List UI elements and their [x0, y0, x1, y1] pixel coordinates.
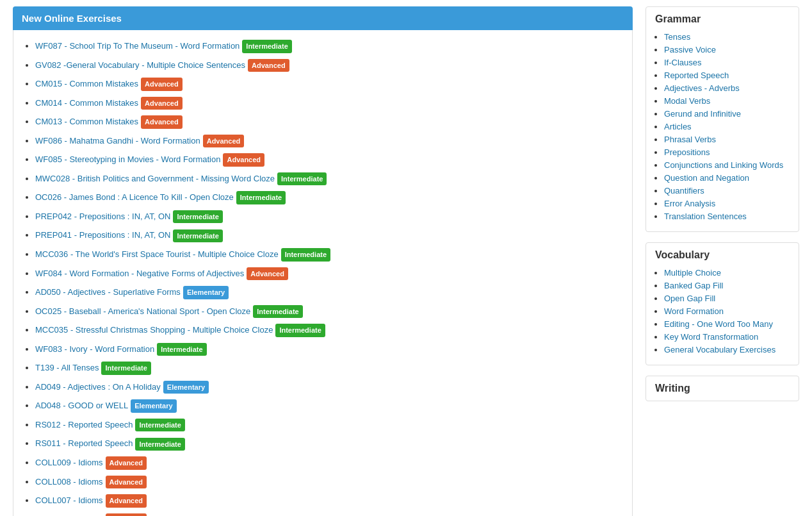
vocabulary-link[interactable]: Key Word Transformation — [664, 332, 758, 342]
list-item: COLL006 - IdiomsAdvanced — [35, 513, 626, 516]
level-badge: Elementary — [131, 399, 176, 413]
list-item: Question and Negation — [664, 172, 790, 183]
list-item: GV082 -General Vocabulary - Multiple Cho… — [35, 58, 626, 72]
main-content: New Online Exercises WF087 - School Trip… — [13, 6, 633, 516]
grammar-link[interactable]: Prepositions — [664, 147, 710, 157]
grammar-link[interactable]: Passive Voice — [664, 45, 716, 54]
list-item: CM015 - Common MistakesAdvanced — [35, 77, 626, 91]
exercise-link[interactable]: MCC036 - The World's First Space Tourist… — [35, 249, 279, 259]
exercise-link[interactable]: WF086 - Mahatma Gandhi - Word Formation — [35, 136, 200, 146]
list-item: WF083 - Ivory - Word FormationIntermedia… — [35, 342, 626, 356]
list-item: AD050 - Adjectives - Superlative FormsEl… — [35, 285, 626, 299]
list-item: COLL008 - IdiomsAdvanced — [35, 475, 626, 489]
exercise-link[interactable]: AD050 - Adjectives - Superlative Forms — [35, 287, 181, 297]
section-title: New Online Exercises — [22, 13, 122, 24]
exercise-link[interactable]: OC025 - Baseball - America's National Sp… — [35, 306, 250, 316]
exercise-link[interactable]: COLL008 - Idioms — [35, 477, 103, 487]
exercise-link[interactable]: MCC035 - Stressful Christmas Shopping - … — [35, 325, 273, 335]
section-header: New Online Exercises — [13, 6, 633, 30]
level-badge: Advanced — [106, 494, 147, 508]
exercise-link[interactable]: OC026 - James Bond : A Licence To Kill -… — [35, 192, 234, 202]
exercise-link[interactable]: COLL007 - Idioms — [35, 495, 103, 505]
exercise-link[interactable]: COLL009 - Idioms — [35, 458, 103, 467]
grammar-link[interactable]: Translation Sentences — [664, 212, 747, 221]
level-badge: Intermediate — [253, 305, 302, 319]
grammar-link[interactable]: If-Clauses — [664, 58, 702, 67]
level-badge: Intermediate — [275, 324, 325, 337]
list-item: Editing - One Word Too Many — [664, 319, 790, 329]
level-badge: Advanced — [141, 115, 183, 129]
list-item: MCC036 - The World's First Space Tourist… — [35, 247, 626, 262]
list-item: COLL009 - IdiomsAdvanced — [35, 456, 626, 470]
list-item: Multiple Choice — [664, 267, 790, 278]
grammar-link[interactable]: Quantifiers — [664, 186, 704, 196]
grammar-link[interactable]: Articles — [664, 122, 692, 131]
grammar-link[interactable]: Question and Negation — [664, 173, 749, 183]
list-item: General Vocabulary Exercises — [664, 344, 790, 354]
list-item: Error Analysis — [664, 198, 790, 208]
writing-box: Writing — [646, 376, 799, 401]
vocabulary-link[interactable]: Word Formation — [664, 306, 724, 316]
list-item: COLL007 - IdiomsAdvanced — [35, 494, 626, 508]
grammar-link[interactable]: Phrasal Verbs — [664, 135, 716, 144]
grammar-link[interactable]: Conjunctions and Linking Words — [664, 160, 783, 170]
vocabulary-list: Multiple ChoiceBanked Gap FillOpen Gap F… — [646, 267, 799, 365]
level-badge: Advanced — [141, 97, 183, 110]
list-item: Translation Sentences — [664, 211, 790, 221]
level-badge: Intermediate — [101, 362, 150, 375]
level-badge: Advanced — [106, 513, 147, 516]
list-item: WF085 - Stereotyping in Movies - Word Fo… — [35, 153, 626, 167]
exercise-link[interactable]: T139 - All Tenses — [35, 363, 99, 372]
list-item: WF087 - School Trip To The Museum - Word… — [35, 39, 626, 53]
vocabulary-link[interactable]: Multiple Choice — [664, 268, 721, 278]
exercise-link[interactable]: PREP042 - Prepositions : IN, AT, ON — [35, 212, 170, 221]
list-item: AD048 - GOOD or WELLElementary — [35, 399, 626, 413]
list-item: Open Gap Fill — [664, 293, 790, 303]
grammar-link[interactable]: Adjectives - Adverbs — [664, 83, 740, 93]
list-item: Prepositions — [664, 147, 790, 157]
vocabulary-link[interactable]: Editing - One Word Too Many — [664, 319, 773, 329]
list-item: MWC028 - British Politics and Government… — [35, 172, 626, 186]
level-badge: Advanced — [247, 267, 288, 281]
list-item: OC025 - Baseball - America's National Sp… — [35, 304, 626, 319]
level-badge: Intermediate — [281, 248, 330, 262]
exercise-link[interactable]: AD049 - Adjectives : On A Holiday — [35, 382, 161, 392]
list-item: If-Clauses — [664, 57, 790, 67]
exercise-link[interactable]: MWC028 - British Politics and Government… — [35, 174, 275, 183]
exercise-link[interactable]: AD048 - GOOD or WELL — [35, 401, 128, 410]
grammar-link[interactable]: Tenses — [664, 32, 690, 42]
exercise-link[interactable]: RS011 - Reported Speech — [35, 438, 133, 448]
list-item: Word Formation — [664, 306, 790, 316]
vocabulary-link[interactable]: Open Gap Fill — [664, 294, 715, 303]
list-item: OC026 - James Bond : A Licence To Kill -… — [35, 190, 626, 204]
exercise-link[interactable]: PREP041 - Prepositions : IN, AT, ON — [35, 230, 170, 240]
grammar-list: TensesPassive VoiceIf-ClausesReported Sp… — [646, 31, 799, 231]
grammar-link[interactable]: Reported Speech — [664, 71, 729, 80]
level-badge: Intermediate — [157, 343, 206, 356]
grammar-link[interactable]: Error Analysis — [664, 199, 715, 208]
exercise-link[interactable]: RS012 - Reported Speech — [35, 420, 133, 429]
level-badge: Advanced — [248, 59, 289, 72]
level-badge: Intermediate — [242, 40, 291, 53]
grammar-title: Grammar — [646, 7, 799, 31]
list-item: CM014 - Common MistakesAdvanced — [35, 96, 626, 110]
grammar-link[interactable]: Modal Verbs — [664, 96, 710, 106]
exercise-link[interactable]: CM013 - Common Mistakes — [35, 117, 138, 126]
list-item: PREP042 - Prepositions : IN, AT, ONInter… — [35, 210, 626, 224]
exercise-link[interactable]: GV082 -General Vocabulary - Multiple Cho… — [35, 60, 245, 70]
exercise-link[interactable]: CM014 - Common Mistakes — [35, 98, 138, 108]
vocabulary-link[interactable]: Banked Gap Fill — [664, 281, 724, 290]
level-badge: Advanced — [106, 476, 147, 489]
exercise-link[interactable]: WF087 - School Trip To The Museum - Word… — [35, 41, 240, 51]
list-item: RS012 - Reported SpeechIntermediate — [35, 418, 626, 432]
list-item: AD049 - Adjectives : On A HolidayElement… — [35, 380, 626, 394]
exercise-link[interactable]: WF085 - Stereotyping in Movies - Word Fo… — [35, 154, 220, 164]
grammar-link[interactable]: Gerund and Infinitive — [664, 109, 741, 119]
exercise-link[interactable]: WF083 - Ivory - Word Formation — [35, 344, 154, 354]
vocabulary-link[interactable]: General Vocabulary Exercises — [664, 345, 775, 354]
grammar-box: Grammar TensesPassive VoiceIf-ClausesRep… — [646, 6, 799, 232]
exercise-link[interactable]: CM015 - Common Mistakes — [35, 79, 138, 88]
list-item: RS011 - Reported SpeechIntermediate — [35, 437, 626, 451]
list-item: Tenses — [664, 31, 790, 42]
exercise-link[interactable]: WF084 - Word Formation - Negative Forms … — [35, 269, 244, 278]
